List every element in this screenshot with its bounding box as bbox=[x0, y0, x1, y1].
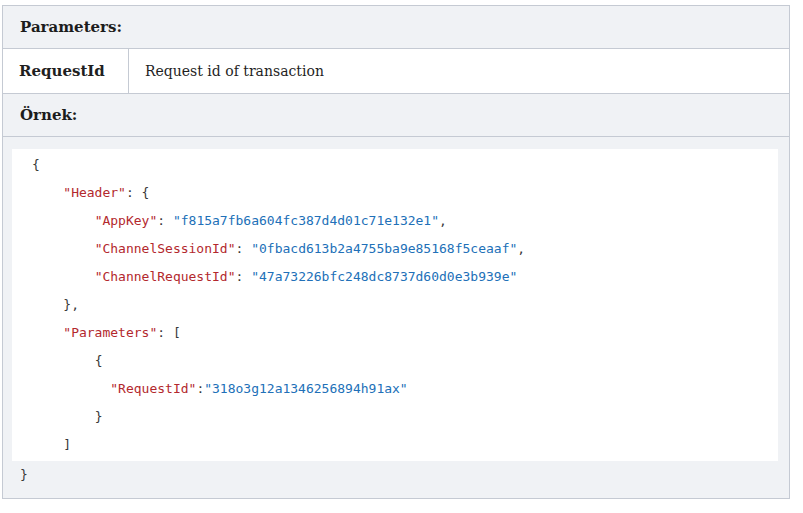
code-token-key: "Parameters" bbox=[63, 325, 157, 340]
parameter-description-cell: Request id of transaction bbox=[129, 49, 789, 93]
code-token-string: "0fbacd613b2a4755ba9e85168f5ceaaf" bbox=[251, 241, 517, 256]
code-token-string: "47a73226bfc248dc8737d60d0e3b939e" bbox=[251, 269, 517, 284]
code-token-punct: : { bbox=[126, 185, 149, 200]
code-token-punct: } bbox=[95, 409, 103, 424]
code-token-key: "ChannelRequestId" bbox=[95, 269, 236, 284]
code-token-punct: }, bbox=[63, 297, 79, 312]
code-line: "ChannelSessionId": "0fbacd613b2a4755ba9… bbox=[12, 235, 778, 263]
code-token-key: "RequestId" bbox=[110, 381, 196, 396]
documentation-page: Parameters: RequestId Request id of tran… bbox=[0, 0, 803, 513]
code-token-punct: : bbox=[236, 241, 252, 256]
table-section-header-ornek: Örnek: bbox=[3, 94, 789, 136]
code-token-punct: , bbox=[439, 213, 447, 228]
parameters-table: Parameters: RequestId Request id of tran… bbox=[2, 5, 790, 499]
parameter-name-cell: RequestId bbox=[3, 49, 129, 93]
code-token-punct: { bbox=[95, 353, 103, 368]
code-token-key: "Header" bbox=[63, 185, 126, 200]
parameter-name: RequestId bbox=[19, 62, 105, 80]
code-line: "Header": { bbox=[12, 179, 778, 207]
code-token-punct: ] bbox=[63, 437, 71, 452]
code-line: "Parameters": [ bbox=[12, 319, 778, 347]
example-code-block: { "Header": { "AppKey": "f815a7fb6a604fc… bbox=[3, 136, 789, 498]
code-token-key: "AppKey" bbox=[95, 213, 158, 228]
parameters-section-title: Parameters: bbox=[20, 18, 122, 36]
code-line: { bbox=[12, 347, 778, 375]
code-token-punct: } bbox=[20, 467, 28, 482]
code-token-punct: , bbox=[517, 241, 525, 256]
table-section-header-parameters: Parameters: bbox=[3, 6, 789, 48]
code-line: ] bbox=[12, 431, 778, 459]
code-line: { bbox=[12, 151, 778, 179]
code-token-punct: : bbox=[236, 269, 252, 284]
code-token-key: "ChannelSessionId" bbox=[95, 241, 236, 256]
code-line: "ChannelRequestId": "47a73226bfc248dc873… bbox=[12, 263, 778, 291]
code-line: }, bbox=[12, 291, 778, 319]
example-section-title: Örnek: bbox=[20, 106, 77, 124]
code-token-string: "f815a7fb6a604fc387d4d01c71e132e1" bbox=[173, 213, 439, 228]
code-token-punct: : bbox=[157, 213, 173, 228]
table-row: RequestId Request id of transaction bbox=[3, 48, 789, 94]
code-line: "RequestId":"318o3g12a1346256894h91ax" bbox=[12, 375, 778, 403]
code-line: } bbox=[12, 461, 778, 489]
code-line: "AppKey": "f815a7fb6a604fc387d4d01c71e13… bbox=[12, 207, 778, 235]
code-token-punct: { bbox=[32, 157, 40, 172]
code-token-punct: : [ bbox=[157, 325, 180, 340]
json-code-body: { "Header": { "AppKey": "f815a7fb6a604fc… bbox=[12, 149, 778, 461]
code-line: } bbox=[12, 403, 778, 431]
parameter-description: Request id of transaction bbox=[145, 63, 324, 79]
json-code-tail: } bbox=[12, 461, 778, 489]
code-token-string: "318o3g12a1346256894h91ax" bbox=[204, 381, 408, 396]
